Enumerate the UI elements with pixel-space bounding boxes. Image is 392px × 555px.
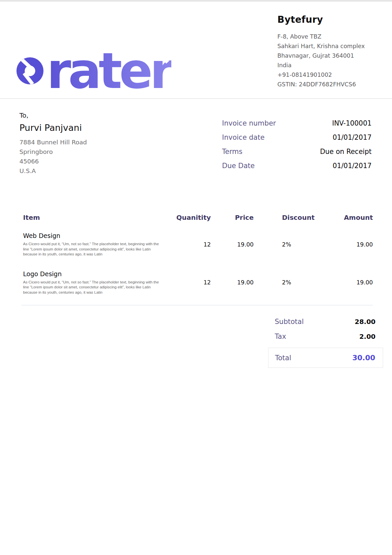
crater-logo-text: rater: [47, 46, 171, 96]
terms-row: Terms Due on Receipt: [222, 148, 372, 156]
company-phone: +91-08141901002: [277, 70, 386, 80]
invoice-date-label: Invoice date: [222, 133, 265, 141]
item-name: Web Design: [23, 232, 171, 239]
terms-label: Terms: [222, 148, 242, 156]
total-value: 30.00: [352, 354, 375, 362]
customer-name: Purvi Panjvani: [19, 123, 87, 133]
table-bottom-divider: [21, 305, 373, 306]
company-address-line: Bhavnagar, Gujrat 364001: [277, 51, 386, 61]
header-amount: Amount: [318, 214, 373, 221]
item-quantity: 12: [171, 241, 211, 248]
item-name: Logo Design: [23, 270, 171, 278]
company-address-line: Sahkari Hart, Krishna complex: [277, 42, 386, 51]
invoice-meta: Invoice number INV-100001 Invoice date 0…: [222, 119, 372, 176]
company-info: Bytefury F-8, Above TBZ Sahkari Hart, Kr…: [277, 14, 386, 89]
item-amount: 19.00: [318, 279, 373, 286]
subtotal-label: Subtotal: [275, 318, 304, 326]
subtotal-value: 28.00: [355, 318, 376, 326]
bill-to-section: To, Purvi Panjvani 7884 Bunnel Hill Road…: [19, 111, 87, 176]
invoice-header: rater Bytefury F-8, Above TBZ Sahkari Ha…: [0, 2, 392, 99]
item-quantity: 12: [171, 279, 211, 286]
tax-label: Tax: [275, 333, 286, 340]
items-table: Item Quanitity Price Discount Amount Web…: [21, 214, 373, 306]
item-discount: 2%: [254, 241, 318, 248]
invoice-number-label: Invoice number: [222, 119, 276, 127]
item-amount: 19.00: [318, 241, 373, 248]
crater-logo: rater: [16, 46, 171, 84]
logo-slash-icon: [23, 72, 34, 84]
company-address-line: F-8, Above TBZ: [277, 32, 386, 42]
invoice-number-row: Invoice number INV-100001: [222, 119, 372, 127]
item-cell: Logo Design As Cicero would put it, “Um,…: [21, 270, 171, 295]
item-description: As Cicero would put it, “Um, not so fast…: [23, 280, 165, 295]
items-table-header: Item Quanitity Price Discount Amount: [21, 214, 373, 221]
table-row: Web Design As Cicero would put it, “Um, …: [21, 232, 373, 257]
due-date-value: 01/01/2017: [333, 162, 372, 170]
total-label: Total: [275, 354, 291, 362]
company-gstin: GSTIN: 24DDF7682FHVCS6: [277, 80, 386, 89]
item-price: 19.00: [211, 279, 254, 286]
terms-value: Due on Receipt: [320, 148, 372, 156]
customer-address-line: Springboro: [19, 147, 87, 157]
totals-section: Subtotal 28.00 Tax 2.00 Total 30.00: [268, 314, 383, 368]
item-price: 19.00: [211, 241, 254, 248]
tax-row: Tax 2.00: [268, 333, 383, 340]
crater-logo-c-glyph: [16, 57, 43, 84]
company-address-line: India: [277, 61, 386, 70]
invoice-date-value: 01/01/2017: [333, 133, 372, 141]
customer-address-line: U.S.A: [19, 166, 87, 176]
logo-slash-icon: [18, 57, 32, 69]
due-date-label: Due Date: [222, 162, 255, 170]
customer-address-line: 45066: [19, 157, 87, 166]
due-date-row: Due Date 01/01/2017: [222, 162, 372, 170]
item-cell: Web Design As Cicero would put it, “Um, …: [21, 232, 171, 257]
invoice-number-value: INV-100001: [332, 119, 372, 127]
item-description: As Cicero would put it, “Um, not so fast…: [23, 242, 165, 257]
grand-total-box: Total 30.00: [268, 348, 383, 368]
header-quantity: Quanitity: [171, 214, 211, 221]
bill-to-salutation: To,: [19, 111, 87, 119]
header-price: Price: [211, 214, 254, 221]
table-row: Logo Design As Cicero would put it, “Um,…: [21, 270, 373, 295]
header-discount: Discount: [254, 214, 318, 221]
invoice-date-row: Invoice date 01/01/2017: [222, 133, 372, 141]
header-item: Item: [21, 214, 171, 221]
company-name: Bytefury: [277, 14, 386, 25]
subtotal-row: Subtotal 28.00: [268, 318, 383, 326]
customer-address-line: 7884 Bunnel Hill Road: [19, 137, 87, 147]
tax-value: 2.00: [359, 333, 376, 340]
item-discount: 2%: [254, 279, 318, 286]
